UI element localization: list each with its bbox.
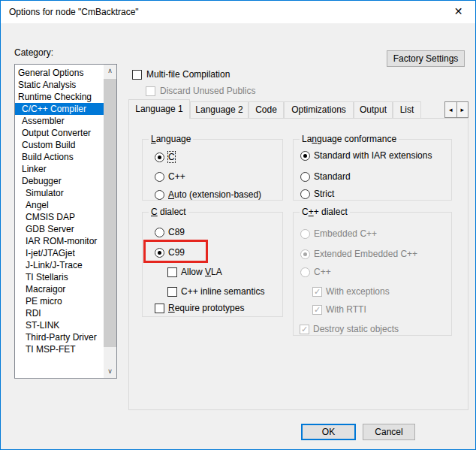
language-group-title: Language [149, 134, 193, 144]
scroll-up-icon[interactable]: ∧ [104, 65, 116, 77]
category-item-iar-rom-monitor[interactable]: IAR ROM-monitor [15, 235, 104, 247]
cpp-dialect-group: C++ dialect Embedded C++ Extended Embedd… [293, 212, 452, 336]
checkbox-with-exceptions: With exceptions [312, 286, 390, 297]
tab-language-2[interactable]: Language 2 [190, 101, 249, 119]
c-dialect-group: C dialect C89 C99 Allow VLA C++ inline s… [142, 212, 283, 317]
radio-strict[interactable]: Strict [300, 189, 334, 199]
radio-selected-icon [300, 249, 310, 259]
category-list: General Options Static Analysis Runtime … [15, 67, 104, 355]
discard-unused-publics-label: Discard Unused Publics [160, 86, 255, 96]
category-item-ti-stellaris[interactable]: TI Stellaris [15, 271, 104, 283]
radio-icon [300, 189, 310, 199]
tab-language-1[interactable]: Language 1 [128, 99, 190, 119]
category-item-linker[interactable]: Linker [15, 163, 104, 175]
checkbox-with-rtti-label: With RTTI [326, 304, 366, 315]
tab-page-language-1: Language C C++ Auto (extension-based) La… [128, 118, 468, 410]
c-dialect-group-title: C dialect [149, 207, 188, 217]
options-dialog: Options for node "CmBacktrace" ✕ Categor… [0, 0, 476, 450]
category-item-macraigor[interactable]: Macraigor [15, 283, 104, 295]
category-item-custom-build[interactable]: Custom Build [15, 139, 104, 151]
checkbox-destroy-static-objects: Destroy static objects [300, 324, 399, 334]
multi-file-compilation-checkbox[interactable]: Multi-file Compilation [132, 69, 230, 80]
radio-embedded-cpp-label: Embedded C++ [314, 228, 377, 239]
radio-c89-label: C89 [168, 227, 185, 237]
radio-language-auto-label: Auto (extension-based) [168, 189, 261, 200]
multi-file-compilation-label: Multi-file Compilation [146, 69, 230, 80]
category-item-rdi[interactable]: RDI [15, 307, 104, 319]
tab-scroll-buttons: ◂ ▸ [444, 101, 468, 118]
checkbox-icon [167, 287, 177, 297]
checkbox-with-rtti: With RTTI [312, 304, 366, 315]
radio-icon [155, 228, 164, 237]
tab-scroll-right-icon[interactable]: ▸ [457, 101, 469, 118]
scroll-down-icon[interactable]: ∨ [104, 365, 116, 378]
category-item-c-cpp-compiler[interactable]: C/C++ Compiler [15, 103, 104, 115]
ok-button[interactable]: OK [301, 424, 356, 440]
radio-selected-icon [300, 151, 310, 161]
check-icon [312, 287, 322, 297]
category-item-third-party-driver[interactable]: Third-Party Driver [15, 331, 104, 343]
tab-scroll-left-icon[interactable]: ◂ [444, 101, 457, 118]
discard-unused-publics-checkbox: Discard Unused Publics [146, 86, 255, 96]
category-item-ijet-jtagjet[interactable]: I-jet/JTAGjet [15, 247, 104, 259]
category-item-simulator[interactable]: Simulator [15, 187, 104, 199]
checkbox-cpp-inline-label: C++ inline semantics [181, 286, 264, 297]
radio-standard-with-iar-extensions[interactable]: Standard with IAR extensions [300, 150, 432, 161]
radio-language-cpp[interactable]: C++ [155, 171, 185, 182]
radio-c99-label: C99 [168, 247, 185, 258]
checkbox-require-prototypes[interactable]: Require prototypes [155, 303, 244, 313]
checkbox-with-exceptions-label: With exceptions [326, 286, 390, 297]
check-icon [312, 305, 322, 315]
radio-selected-icon [155, 248, 164, 258]
checkbox-allow-vla-label: Allow VLA [181, 267, 222, 277]
category-item-gdb-server[interactable]: GDB Server [15, 223, 104, 235]
category-item-jlink-jtrace[interactable]: J-Link/J-Trace [15, 259, 104, 271]
radio-icon [155, 172, 164, 182]
category-item-output-converter[interactable]: Output Converter [15, 127, 104, 139]
checkbox-icon [155, 304, 164, 313]
category-item-ti-msp-fet[interactable]: TI MSP-FET [15, 343, 104, 355]
tab-list[interactable]: List [393, 101, 421, 119]
radio-icon [300, 172, 310, 182]
checkbox-allow-vla[interactable]: Allow VLA [167, 267, 222, 277]
radio-embedded-cpp: Embedded C++ [300, 228, 377, 239]
checkbox-icon [132, 70, 142, 80]
category-item-cmsis-dap[interactable]: CMSIS DAP [15, 211, 104, 223]
radio-language-auto[interactable]: Auto (extension-based) [155, 189, 261, 200]
checkbox-cpp-inline-semantics[interactable]: C++ inline semantics [167, 286, 264, 297]
radio-standard-iar-label: Standard with IAR extensions [314, 150, 432, 161]
radio-c99[interactable]: C99 [155, 247, 185, 258]
check-icon [300, 325, 309, 334]
category-item-angel[interactable]: Angel [15, 199, 104, 211]
radio-standard[interactable]: Standard [300, 171, 351, 182]
radio-standard-label: Standard [314, 171, 351, 182]
cancel-button[interactable]: Cancel [363, 424, 415, 440]
category-item-pe-micro[interactable]: PE micro [15, 295, 104, 307]
radio-cpp-label: C++ [314, 267, 331, 277]
close-icon[interactable]: ✕ [441, 1, 475, 23]
radio-extended-embedded-cpp: Extended Embedded C++ [300, 249, 417, 259]
checkbox-icon [167, 267, 177, 277]
category-item-build-actions[interactable]: Build Actions [15, 151, 104, 163]
category-item-debugger[interactable]: Debugger [15, 175, 104, 187]
radio-language-c-label: C [168, 152, 175, 162]
scrollbar-thumb[interactable] [104, 79, 116, 347]
tab-optimizations[interactable]: Optimizations [284, 101, 354, 119]
factory-settings-button[interactable]: Factory Settings [387, 50, 465, 67]
tab-output[interactable]: Output [354, 101, 393, 119]
category-item-runtime-checking[interactable]: Runtime Checking [15, 91, 104, 103]
category-scrollbar[interactable]: ∧ ∨ [104, 65, 116, 378]
cpp-dialect-group-title: C++ dialect [300, 207, 350, 217]
category-item-static-analysis[interactable]: Static Analysis [15, 79, 104, 91]
category-item-st-link[interactable]: ST-LINK [15, 319, 104, 331]
radio-selected-icon [155, 153, 164, 162]
category-item-general-options[interactable]: General Options [15, 67, 104, 79]
radio-icon [300, 229, 310, 239]
language-group: Language C C++ Auto (extension-based) [142, 139, 283, 201]
radio-c89[interactable]: C89 [155, 227, 185, 237]
language-conformance-group: Language conformance Standard with IAR e… [293, 139, 452, 201]
checkbox-icon [146, 86, 155, 96]
tab-code[interactable]: Code [249, 101, 284, 119]
radio-language-c[interactable]: C [155, 152, 175, 162]
category-item-assembler[interactable]: Assembler [15, 115, 104, 127]
